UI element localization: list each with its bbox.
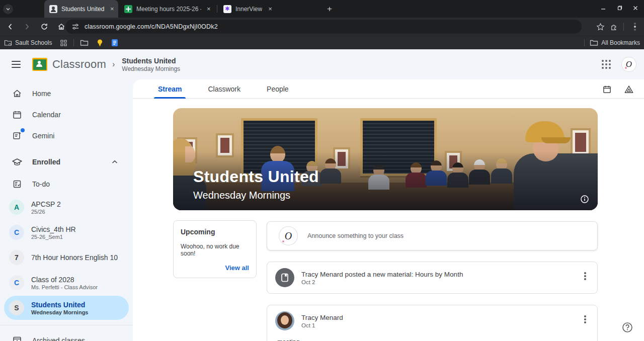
url-text: classroom.google.com/c/NDA5NDgxNjI0ODk2	[85, 23, 218, 30]
gemini-icon	[12, 131, 22, 141]
view-all-link[interactable]: View all	[181, 264, 249, 272]
upcoming-title: Upcoming	[181, 228, 249, 236]
sidebar-class-students-united[interactable]: S Students United Wednesday Mornings	[4, 296, 129, 320]
back-button[interactable]	[3, 20, 17, 34]
window-minimize-button[interactable]	[595, 0, 612, 16]
profile-avatar[interactable]: O	[622, 57, 636, 71]
browser-menu-button[interactable]	[629, 21, 641, 33]
banner-info-button[interactable]	[579, 193, 591, 205]
sidebar-class-civics[interactable]: C Civics_4th HR 25-26_Sem1	[4, 220, 129, 244]
tab-title: InnerView	[235, 6, 262, 13]
sidebar-item-calendar[interactable]: Calendar	[4, 105, 129, 125]
forward-arrow-icon	[23, 23, 31, 31]
window-close-button[interactable]	[627, 0, 644, 16]
forward-button[interactable]	[20, 20, 34, 34]
class-sub: Ms. Perfetti - Class Advisor	[31, 284, 98, 290]
classroom-app-name[interactable]: Classroom	[52, 58, 106, 71]
drive-folder-button[interactable]	[624, 84, 634, 94]
sidebar-class-2028[interactable]: C Class of 2028 Ms. Perfetti - Class Adv…	[4, 271, 129, 295]
browser-tab-meeting-hours[interactable]: Meeting hours 2025-26 - Goog ×	[119, 0, 216, 18]
sidebar-item-todo[interactable]: To-do	[4, 174, 129, 194]
sidebar: Home Calendar Gemini Enrolled To-d	[0, 79, 133, 341]
sidebar-label: To-do	[32, 180, 50, 188]
class-avatar: 7	[9, 250, 24, 265]
material-book-icon	[281, 273, 289, 282]
tab-title: Meeting hours 2025-26 - Goog	[136, 6, 201, 13]
sidebar-label: Gemini	[32, 132, 54, 140]
extensions-button[interactable]	[610, 23, 618, 31]
class-name: Students United	[31, 301, 88, 309]
tab-close-icon[interactable]: ×	[110, 5, 114, 13]
class-avatar: C	[9, 225, 24, 240]
archive-icon	[12, 335, 22, 341]
announcement-composer[interactable]: O Announce something to your class	[267, 221, 598, 250]
hamburger-icon	[12, 64, 21, 65]
main-menu-button[interactable]	[6, 54, 26, 74]
site-controls-icon[interactable]	[71, 23, 79, 31]
reload-button[interactable]	[37, 20, 51, 34]
google-apps-button[interactable]	[602, 60, 611, 69]
classroom-app: Classroom › Students United Wednesday Mo…	[0, 49, 644, 341]
tab-classwork[interactable]: Classwork	[197, 79, 252, 99]
tab-label: Classwork	[208, 85, 240, 93]
sidebar-section-enrolled[interactable]: Enrolled	[4, 151, 129, 173]
sidebar-item-archived[interactable]: Archived classes	[4, 330, 129, 341]
breadcrumb-course[interactable]: Students United Wednesday Mornings	[122, 57, 180, 72]
calendar-toolbar-button[interactable]	[602, 84, 612, 94]
stream-item-menu-button[interactable]	[579, 313, 591, 325]
address-bar[interactable]: classroom.google.com/c/NDA5NDgxNjI0ODk2	[65, 20, 582, 34]
gemini-new-badge	[21, 128, 25, 132]
managed-bookmarks-folder[interactable]: Sault Schools	[0, 36, 56, 50]
kebab-icon	[584, 318, 586, 320]
kebab-icon	[634, 26, 636, 28]
stream-item-post[interactable]: Tracy Menard Oct 1 meeting	[267, 305, 598, 341]
class-name: APCSP 2	[31, 200, 61, 208]
restore-icon	[616, 5, 622, 11]
browser-tab-innerview[interactable]: InnerView ×	[218, 0, 317, 18]
tab-stream[interactable]: Stream	[147, 79, 193, 99]
class-avatar: A	[9, 200, 24, 215]
window-restore-button[interactable]	[611, 0, 628, 16]
tab-label: People	[267, 85, 289, 93]
bookmark-docs[interactable]	[107, 36, 122, 50]
class-sub: 25/26	[31, 209, 61, 215]
collapse-chevron-icon[interactable]	[112, 160, 118, 164]
sidebar-class-apcsp2[interactable]: A APCSP 2 25/26	[4, 195, 129, 219]
back-arrow-icon	[6, 23, 14, 31]
post-author: Tracy Menard	[301, 314, 343, 321]
bookmarks-separator	[584, 39, 585, 46]
stream-item-menu-button[interactable]	[579, 270, 591, 282]
managed-folder-icon	[4, 39, 12, 46]
stream-scroll-area[interactable]: Students United Wednesday Mornings Upcom…	[133, 99, 644, 340]
classroom-header: Classroom › Students United Wednesday Mo…	[0, 49, 644, 79]
sidebar-item-gemini[interactable]: Gemini	[4, 126, 129, 146]
star-icon	[596, 23, 605, 31]
upcoming-card: Upcoming Woohoo, no work due soon! View …	[173, 220, 257, 278]
tab-people[interactable]: People	[256, 79, 300, 99]
tab-search-button[interactable]	[3, 4, 13, 14]
stream-item-material[interactable]: Tracy Menard posted a new material: Hour…	[267, 262, 598, 294]
tab-close-icon[interactable]: ×	[266, 5, 274, 13]
upcoming-message: Woohoo, no work due soon!	[181, 243, 249, 257]
announcement-placeholder: Announce something to your class	[307, 232, 404, 239]
all-bookmarks-label[interactable]: All Bookmarks	[601, 39, 640, 46]
user-avatar: O	[279, 227, 297, 245]
bookmark-lightbulb[interactable]	[93, 36, 107, 50]
new-tab-button[interactable]: +	[324, 4, 335, 15]
classroom-favicon	[49, 5, 57, 13]
help-button[interactable]	[621, 321, 633, 333]
browser-tab-students-united[interactable]: Students United Wednesday M ×	[44, 0, 118, 18]
todo-list-icon	[12, 179, 22, 189]
sidebar-class-english10[interactable]: 7 7th Hour Honors English 10	[4, 245, 129, 270]
bookmark-star-button[interactable]	[596, 23, 605, 31]
tab-close-icon[interactable]: ×	[205, 5, 212, 13]
toolbar-separator	[623, 23, 624, 31]
reload-icon	[40, 23, 48, 31]
bookmark-apps-shortcut[interactable]	[56, 36, 71, 50]
classroom-logo-icon[interactable]	[32, 58, 47, 71]
sidebar-item-home[interactable]: Home	[4, 83, 129, 104]
bookmark-folder[interactable]	[76, 36, 93, 50]
course-banner: Students United Wednesday Mornings	[173, 108, 598, 210]
graduation-cap-icon	[12, 157, 23, 167]
banner-subtitle: Wednesday Mornings	[193, 190, 290, 201]
